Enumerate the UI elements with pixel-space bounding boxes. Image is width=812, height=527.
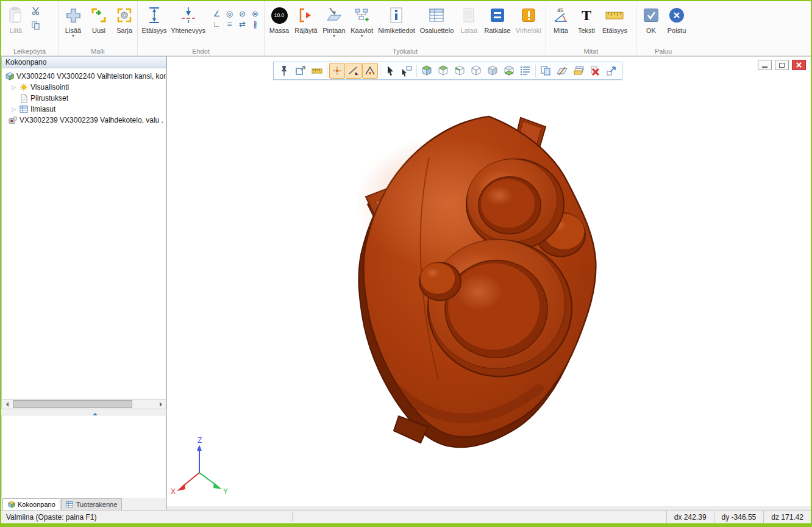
export-icon[interactable] bbox=[604, 63, 619, 79]
scroll-right-arrow-icon[interactable] bbox=[156, 400, 166, 409]
shaded-select-icon[interactable] bbox=[485, 63, 500, 79]
align-constraint-icon[interactable]: ⇄ bbox=[236, 19, 249, 29]
expander-icon[interactable]: ▷ bbox=[11, 84, 17, 90]
paste-button[interactable]: Liitä bbox=[4, 3, 28, 34]
measure-button[interactable]: 45 Mitta bbox=[549, 3, 573, 34]
item-data-icon bbox=[390, 5, 403, 26]
measure-ruler-icon[interactable] bbox=[309, 63, 325, 79]
group-label-constraints: Ehdot bbox=[138, 48, 264, 55]
group-label-return: Paluu bbox=[636, 48, 690, 55]
solid-select-icon[interactable] bbox=[419, 63, 435, 79]
layers-icon[interactable] bbox=[571, 63, 586, 79]
tree-item-label: Visualisointi bbox=[30, 83, 69, 91]
tree-item-root-assembly[interactable]: VX3002240 VX3002240 Vaihteiston kansi, k… bbox=[2, 71, 166, 82]
cut-button[interactable] bbox=[29, 5, 41, 18]
group-label-clipboard: Leikepöytä bbox=[1, 48, 58, 55]
schemes-caret-icon[interactable]: ▾ bbox=[361, 34, 363, 38]
to-surface-caret-icon[interactable]: ▾ bbox=[333, 34, 335, 38]
tree-item-configurations[interactable]: ▷ Ilmiasut bbox=[2, 104, 166, 115]
load-button[interactable]: Lataa bbox=[457, 3, 481, 34]
tree-item-visualization[interactable]: ▷ Visualisointi bbox=[2, 82, 166, 93]
exit-button[interactable]: Poistu bbox=[664, 3, 689, 34]
parts-list-icon bbox=[429, 5, 444, 26]
snap-line-icon[interactable] bbox=[346, 63, 361, 79]
distance-constraint-button[interactable]: Etäisyys bbox=[140, 3, 168, 34]
expander-icon[interactable]: ▷ bbox=[11, 106, 17, 112]
clipboard-small-buttons bbox=[29, 3, 41, 32]
measure-label: Mitta bbox=[554, 27, 568, 34]
add-plus-icon bbox=[65, 5, 82, 26]
item-data-button[interactable]: Nimiketiedot bbox=[376, 3, 416, 34]
distance-constraint-icon bbox=[148, 5, 161, 26]
parallel-constraint-icon[interactable]: ≡ bbox=[223, 19, 236, 29]
viewport[interactable]: Z X Y bbox=[167, 56, 811, 506]
status-dx: dx 242.39 bbox=[666, 511, 714, 523]
delete-icon[interactable] bbox=[587, 63, 603, 79]
scrollbar-thumb[interactable] bbox=[13, 400, 132, 408]
tab-product-structure[interactable]: Tuoterakenne bbox=[61, 498, 122, 510]
mass-button[interactable]: 10.0 Massa bbox=[267, 3, 291, 34]
ribbon-group-constraints: Etäisyys Yhtenevyys ∠ ◎ ⊘ ⊗ ∟ ≡ ⇄ ∦ bbox=[138, 1, 265, 56]
new-part-button[interactable]: Uusi bbox=[87, 3, 111, 34]
angle-constraint-icon[interactable]: ∠ bbox=[210, 9, 223, 19]
add-part-button[interactable]: Lisää ▾ bbox=[61, 3, 85, 38]
load-label: Lataa bbox=[461, 27, 478, 34]
face-select-icon[interactable] bbox=[435, 63, 451, 79]
snap-angle-icon[interactable] bbox=[362, 63, 378, 79]
assembly-panel: Kokoonpano VX3002240 VX3002240 Vaihteist… bbox=[1, 56, 167, 510]
antiparallel-constraint-icon[interactable]: ∦ bbox=[249, 19, 262, 29]
edge-select-icon[interactable] bbox=[452, 63, 468, 79]
copy-button[interactable] bbox=[29, 20, 41, 32]
zoom-fit-icon[interactable] bbox=[293, 63, 308, 79]
measure-angle-value: 45 bbox=[557, 7, 563, 13]
explode-label: Räjäytä bbox=[294, 27, 317, 34]
select-cursor-icon[interactable] bbox=[382, 63, 398, 79]
copy-icon bbox=[31, 21, 40, 32]
solve-button[interactable]: Ratkaise bbox=[482, 3, 512, 34]
minimize-button[interactable] bbox=[758, 60, 772, 70]
to-surface-button[interactable]: Pintaan ▾ bbox=[321, 3, 347, 38]
perpendicular-constraint-icon[interactable]: ∟ bbox=[210, 19, 223, 29]
distance-measure-button[interactable]: Etäisyys bbox=[600, 3, 630, 34]
wireframe-select-icon[interactable] bbox=[468, 63, 484, 79]
axis-x-label: X bbox=[171, 487, 176, 496]
error-log-button[interactable]: Virheloki bbox=[514, 3, 543, 34]
series-button[interactable]: Sarja bbox=[112, 3, 137, 34]
panel-tabs: Kokoonpano Tuoterakenne bbox=[1, 498, 166, 510]
add-part-caret-icon[interactable]: ▾ bbox=[72, 34, 74, 38]
section-select-icon[interactable] bbox=[501, 63, 517, 79]
parts-list-button[interactable]: Osaluettelo bbox=[418, 3, 456, 34]
axis-y-label: Y bbox=[223, 487, 228, 496]
panel-splitter[interactable] bbox=[1, 409, 166, 415]
maximize-button[interactable] bbox=[775, 60, 789, 70]
work-plane-icon[interactable] bbox=[554, 63, 570, 79]
maximize-icon bbox=[779, 63, 785, 68]
app-window: Liitä Leikepöytä bbox=[0, 0, 812, 527]
text-button[interactable]: T Teksti bbox=[574, 3, 599, 34]
tree-item-drawings[interactable]: Piirustukset bbox=[2, 93, 166, 104]
scroll-left-arrow-icon[interactable] bbox=[2, 400, 12, 409]
tree-horizontal-scrollbar[interactable] bbox=[1, 399, 166, 409]
to-surface-icon bbox=[326, 5, 342, 26]
ok-button[interactable]: OK bbox=[639, 3, 663, 34]
schemes-button[interactable]: Kaaviot ▾ bbox=[349, 3, 375, 38]
pin-icon[interactable] bbox=[276, 63, 292, 79]
tree-item-label: Piirustukset bbox=[30, 94, 68, 102]
select-element-icon[interactable] bbox=[399, 63, 415, 79]
status-dy: dy -346.55 bbox=[714, 511, 764, 523]
sun-icon bbox=[19, 83, 29, 91]
feature-list-icon[interactable] bbox=[518, 63, 533, 79]
tree-item-subpart[interactable]: VX3002239 VX3002239 Vaihdekotelo, valu . bbox=[2, 115, 166, 126]
coincidence-button[interactable]: Yhtenevyys bbox=[169, 3, 207, 34]
tangent-constraint-icon[interactable]: ⊘ bbox=[236, 9, 249, 19]
tab-assembly[interactable]: Kokoonpano bbox=[2, 498, 60, 510]
splitter-collapse-icon[interactable] bbox=[93, 410, 98, 415]
model-3d-view[interactable]: Z X Y bbox=[167, 57, 811, 506]
snap-point-icon[interactable] bbox=[329, 63, 345, 79]
close-button[interactable] bbox=[792, 60, 806, 70]
tab-product-structure-label: Tuoterakenne bbox=[76, 501, 117, 508]
concentric-constraint-icon[interactable]: ◎ bbox=[223, 9, 236, 19]
fix-constraint-icon[interactable]: ⊗ bbox=[249, 9, 262, 19]
explode-button[interactable]: Räjäytä bbox=[293, 3, 319, 34]
copy-reference-icon[interactable] bbox=[538, 63, 554, 79]
